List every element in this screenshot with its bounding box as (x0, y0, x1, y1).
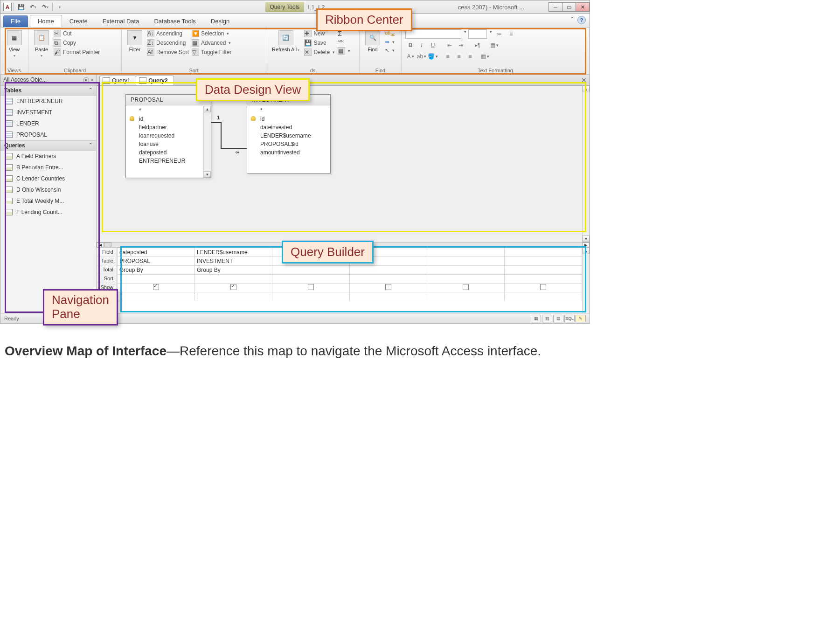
more-button[interactable]: ▦▾ (338, 47, 350, 55)
callout-ribbon: Ribbon Center (316, 8, 412, 31)
delete-icon: ✕ (304, 48, 312, 56)
scroll-up-icon[interactable]: ▲ (204, 106, 211, 112)
show-checkbox[interactable] (153, 284, 159, 290)
doctab-query1[interactable]: Query1 (99, 76, 136, 85)
nav-category-tables[interactable]: Tables⌃ (0, 85, 96, 96)
cut-button[interactable]: ✂Cut (54, 29, 100, 38)
minimize-ribbon-icon[interactable]: ⌃ (570, 16, 575, 24)
nav-table-entrepreneur[interactable]: ENTREPRENEUR (0, 96, 96, 107)
table-proposal-box[interactable]: PROPOSAL * id fieldpartner loanrequested… (125, 94, 211, 178)
indent-dec-icon[interactable]: ⇤ (444, 41, 455, 50)
gridlines-icon[interactable]: ▦▾ (489, 41, 500, 50)
nav-query-1[interactable]: B Peruvian Entre... (0, 162, 96, 173)
delete-record-button[interactable]: ✕Delete▾ (304, 48, 335, 56)
paste-button[interactable]: 📋 Paste▾ (32, 29, 51, 59)
goto-button[interactable]: ➡▾ (385, 38, 395, 46)
remove-sort-button[interactable]: A⃠Remove Sort (147, 48, 189, 56)
copy-button[interactable]: ⧉Copy (54, 39, 100, 47)
underline-icon[interactable]: U (428, 41, 438, 50)
alt-fill-icon[interactable]: ▦▾ (480, 52, 490, 61)
find-button[interactable]: 🔍 Find (363, 29, 382, 53)
grid-scroll-up-icon[interactable]: ▲ (583, 248, 590, 254)
table-investment-box[interactable]: INVESTMENT * id dateinvested LENDER$user… (247, 94, 331, 173)
tab-external-data[interactable]: External Data (95, 15, 147, 27)
nav-query-2[interactable]: C Lender Countries (0, 173, 96, 184)
ascending-button[interactable]: A↓Ascending (147, 29, 189, 38)
doc-close-icon[interactable]: ✕ (581, 76, 587, 84)
selection-button[interactable]: 🔽Selection▾ (192, 29, 231, 38)
bullets-icon[interactable]: ≔ (494, 29, 504, 39)
italic-icon[interactable]: I (417, 41, 427, 50)
nav-table-investment[interactable]: INVESTMENT (0, 107, 96, 118)
select-button[interactable]: ↖▾ (385, 47, 395, 54)
tab-design[interactable]: Design (203, 15, 237, 27)
table-icon (5, 98, 13, 104)
design-diagram[interactable]: PROPOSAL * id fieldpartner loanrequested… (97, 86, 590, 242)
file-tab[interactable]: File (3, 15, 28, 27)
minimize-button[interactable]: ─ (548, 2, 562, 12)
font-size-combo[interactable] (468, 29, 487, 39)
fill-icon[interactable]: 🪣▾ (428, 52, 438, 61)
quick-access-toolbar: A 💾 ↶▾ ↷▾ ▾ (0, 2, 68, 12)
font-color-icon[interactable]: A▾ (405, 52, 416, 61)
scroll-down-icon[interactable]: ▼ (204, 171, 211, 178)
align-center-icon[interactable]: ≡ (454, 52, 464, 61)
status-text: Ready (4, 316, 19, 321)
toggle-filter-button[interactable]: ▽Toggle Filter (192, 48, 231, 56)
filter-button[interactable]: ▼ Filter (125, 29, 144, 53)
descending-button[interactable]: Z↓Descending (147, 39, 189, 47)
undo-icon[interactable]: ↶▾ (28, 2, 38, 12)
save-icon[interactable]: 💾 (16, 2, 26, 12)
maximize-button[interactable]: ▭ (562, 2, 576, 12)
show-checkbox[interactable] (540, 284, 546, 290)
view-sql-icon[interactable]: SQL (564, 315, 575, 322)
nav-query-5[interactable]: F Lending Count... (0, 207, 96, 218)
view-pivot-icon[interactable]: ▥ (542, 315, 552, 322)
close-button[interactable]: ✕ (576, 2, 590, 12)
view-datasheet-icon[interactable]: ▦ (531, 315, 541, 322)
diagram-scroll-down-icon[interactable]: ▼ (583, 235, 590, 242)
refresh-all-button[interactable]: 🔄 Refresh All ▾ (270, 29, 301, 54)
show-checkbox[interactable] (463, 284, 469, 290)
ltr-icon[interactable]: ▸¶ (472, 41, 483, 50)
format-painter-button[interactable]: 🖌Format Painter (54, 48, 100, 56)
show-checkbox[interactable] (385, 284, 391, 290)
new-icon: ✚ (304, 30, 312, 37)
nav-table-lender[interactable]: LENDER (0, 118, 96, 129)
align-right-icon[interactable]: ≡ (465, 52, 475, 61)
save-record-button[interactable]: 💾Save (304, 39, 335, 47)
advanced-button[interactable]: ▦Advanced▾ (192, 39, 231, 47)
view-pivotchart-icon[interactable]: ▤ (553, 315, 563, 322)
align-left-icon[interactable]: ≡ (443, 52, 453, 61)
diagram-scroll-up-icon[interactable]: ▲ (583, 86, 590, 92)
highlight-icon[interactable]: ab▾ (417, 52, 427, 61)
indent-inc-icon[interactable]: ⇥ (456, 41, 466, 50)
qat-customize-icon[interactable]: ▾ (55, 2, 65, 12)
app-logo-icon[interactable]: A (3, 3, 12, 11)
spelling-button[interactable]: ᴬᴮᶜ (338, 39, 350, 46)
nav-query-0[interactable]: A Field Partners (0, 151, 96, 162)
nav-query-3[interactable]: D Ohio Wisconsin (0, 184, 96, 195)
redo-icon[interactable]: ↷▾ (40, 2, 50, 12)
view-button[interactable]: ▦ View▾ (5, 29, 24, 59)
numbers-icon[interactable]: ≡ (506, 29, 516, 39)
nav-table-proposal[interactable]: PROPOSAL (0, 129, 96, 140)
font-name-combo[interactable] (405, 29, 461, 39)
tab-home[interactable]: Home (30, 15, 62, 27)
scroll-left-icon[interactable]: ◀ (97, 242, 104, 247)
show-checkbox[interactable] (308, 284, 314, 290)
view-design-icon[interactable]: ✎ (576, 315, 586, 322)
nav-category-queries[interactable]: Queries⌃ (0, 140, 96, 151)
query-icon (5, 209, 13, 215)
tab-database-tools[interactable]: Database Tools (146, 15, 203, 27)
bold-icon[interactable]: B (405, 41, 416, 50)
doctab-query2[interactable]: Query2 (136, 76, 174, 85)
nav-header[interactable]: All Access Obje... ▾ « (0, 75, 96, 85)
nav-query-4[interactable]: E Total Weekly M... (0, 195, 96, 207)
show-checkbox[interactable] (230, 284, 236, 290)
help-icon[interactable]: ? (577, 16, 586, 24)
rel-one-label: 1 (217, 115, 220, 120)
tab-create[interactable]: Create (62, 15, 95, 27)
scroll-right-icon[interactable]: ▶ (582, 242, 590, 247)
titlebar: A 💾 ↶▾ ↷▾ ▾ Query Tools L1_L2 cess 2007)… (0, 0, 590, 14)
